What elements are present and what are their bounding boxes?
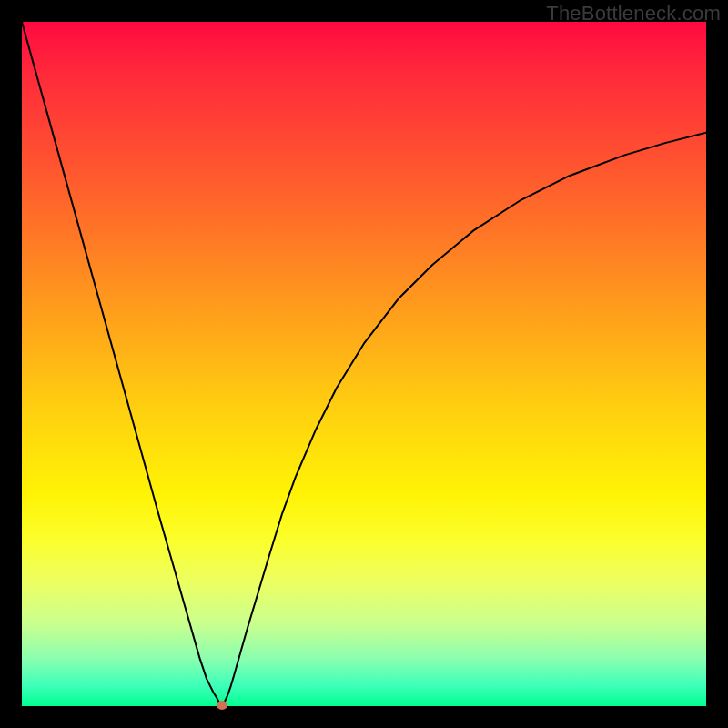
watermark-text: TheBottleneck.com: [546, 2, 721, 25]
minimum-marker: [217, 701, 228, 710]
bottleneck-curve: [22, 22, 706, 705]
curve-svg: [22, 22, 706, 706]
plot-area: [22, 22, 706, 706]
chart-frame: TheBottleneck.com: [0, 0, 728, 728]
